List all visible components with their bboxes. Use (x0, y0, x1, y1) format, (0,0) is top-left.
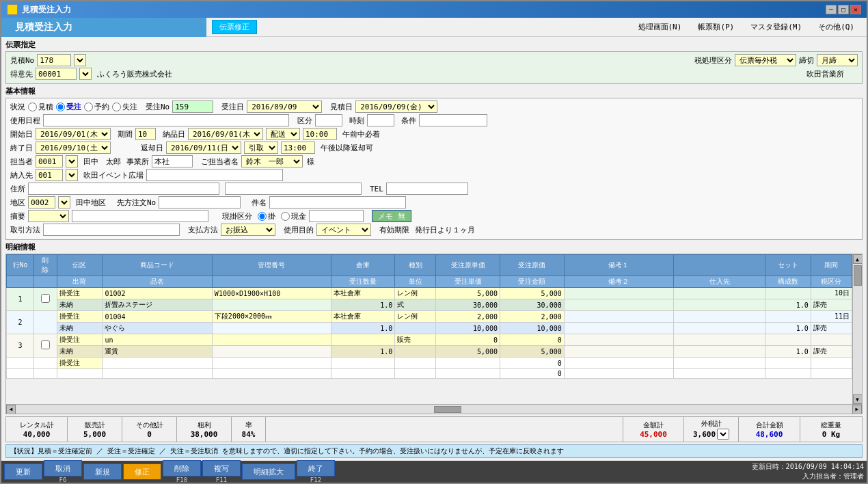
menu-master[interactable]: マスタ登録(M) (744, 21, 809, 33)
denpu-button[interactable]: 伝票修正 (212, 20, 257, 34)
maximize-button[interactable]: □ (838, 5, 849, 14)
jikoku-input[interactable] (367, 114, 394, 126)
cell-biko2-2 (564, 323, 673, 334)
radio-kake[interactable]: 掛 (258, 211, 275, 221)
table-row: 掛受注 0 (7, 358, 852, 369)
scroll-left-button[interactable]: ◀ (6, 405, 16, 414)
chiku-select[interactable]: ▼ (58, 196, 70, 209)
window-controls: ─ □ ✕ (826, 5, 861, 14)
kubun-input[interactable] (315, 114, 342, 126)
edit-button[interactable]: 修正 (123, 463, 161, 480)
mitsumoribi-select[interactable]: 2016/09/09(金) (355, 100, 437, 113)
mitsumori-select[interactable]: ▼ (74, 54, 86, 66)
mitsumori-input[interactable] (37, 54, 71, 66)
col-denku-header: 伝区 (57, 255, 103, 276)
tel-input[interactable] (386, 183, 468, 195)
meisai-button[interactable]: 明細拡大 (242, 463, 295, 480)
jokyo-row: 状況 見積 受注 予約 失注 受注No 受注日 2016/09/09 見積日 2… (10, 100, 858, 113)
jusho-input[interactable] (28, 183, 219, 195)
tanto-select[interactable]: ▼ (66, 155, 78, 167)
shime-select[interactable]: 月締 (817, 54, 858, 66)
sakite-input[interactable] (159, 196, 241, 209)
tokui-select[interactable]: ▼ (79, 68, 92, 80)
henkyaku-select[interactable]: 2016/09/11(日) (166, 142, 241, 154)
update-button[interactable]: 更新 (4, 463, 42, 480)
scroll-up-button[interactable]: ▲ (853, 254, 863, 264)
cell-genka-3: 0 (500, 334, 565, 346)
cancel-button[interactable]: 取消 (44, 460, 82, 476)
ukenibi-label: 受注日 (221, 102, 244, 112)
cell-gentan-2: 2,000 (436, 311, 500, 323)
col-code-sub: 品名 (103, 276, 212, 288)
ukenibi-select[interactable]: 2016/09/09 (247, 100, 322, 113)
haiso-select[interactable]: 配送 (266, 128, 300, 140)
kikan-input[interactable] (135, 128, 156, 140)
radio-mitsumori[interactable]: 見積 (28, 102, 53, 112)
tekiyo-select[interactable] (28, 210, 69, 222)
ukeno-input[interactable] (172, 100, 213, 113)
tekiyo-input[interactable] (72, 210, 208, 222)
nonyu-code[interactable] (36, 169, 63, 181)
radio-genkin[interactable]: 現金 (281, 211, 306, 221)
delete-button[interactable]: 削除 (163, 460, 201, 476)
tokui-code-input[interactable] (36, 68, 77, 80)
memo-button[interactable]: メモ 無 (372, 210, 411, 222)
scroll-right-button[interactable]: ▶ (852, 405, 862, 414)
cell-kikan-3 (811, 334, 852, 346)
table-body: 1 掛受注 01002 W1000×D1900×H100 本社倉庫 レン例 5,… (7, 288, 852, 379)
cell-set-1 (765, 288, 811, 299)
nonyu-select[interactable]: ▼ (66, 169, 78, 181)
table-header-row1: 行No 削除 伝区 商品コード 管理番号 倉庫 種別 受注原単価 受注原価 (7, 255, 852, 276)
yukokigen-value: 発行日より１ヶ月 (415, 225, 475, 235)
radio-yoyaku[interactable]: 予約 (84, 102, 109, 112)
haiso-time[interactable] (303, 128, 337, 140)
joken-input[interactable] (419, 114, 487, 126)
kaishi-label: 開始日 (10, 129, 33, 139)
torihiki-row: 取引方法 支払方法 お振込 使用目的 イベント 有効期限 発行日より１ヶ月 (10, 224, 858, 236)
cell-shubetsu-1: レン例 (395, 288, 436, 299)
cell-set-3 (765, 334, 811, 346)
kenmei-input[interactable] (269, 196, 406, 209)
jigyosho-input[interactable] (152, 155, 193, 167)
vertical-scrollbar[interactable]: ▲ ▼ (852, 254, 862, 404)
scroll-thumb[interactable] (854, 265, 862, 286)
radio-shitchu[interactable]: 失注 (112, 102, 137, 112)
tax-select[interactable]: 伝票毎外税 (735, 54, 796, 66)
kaishi-select[interactable]: 2016/09/01(木) (36, 128, 111, 140)
chiku-code[interactable] (28, 196, 55, 209)
horizontal-scrollbar[interactable]: ◀ ▶ (6, 404, 862, 414)
kaishi-row: 開始日 2016/09/01(木) 期間 納品日 2016/09/01(木) 配… (10, 128, 858, 140)
new-button[interactable]: 新規 (83, 463, 122, 480)
tel-label: TEL (370, 185, 383, 193)
menu-chohyo[interactable]: 帳票類(P) (691, 21, 741, 33)
rental-total: レンタル計 40,000 (6, 417, 68, 442)
go-tanto-select[interactable]: 鈴木 一郎 (241, 155, 303, 167)
minimize-button[interactable]: ─ (826, 5, 837, 14)
horiz-scroll-thumb[interactable] (434, 406, 461, 413)
torihiki-input[interactable] (43, 224, 180, 236)
hikitori-select[interactable]: 引取 (244, 142, 278, 154)
cell-genka-1: 5,000 (500, 288, 565, 299)
menu-shorimenu[interactable]: 処理画面(N) (632, 21, 689, 33)
radio-ukejo[interactable]: 受注 (56, 102, 81, 112)
close-button[interactable]: ✕ (850, 5, 861, 14)
genkake-label: 現掛区分 (222, 211, 252, 221)
title-bar: 見積受注入力 ─ □ ✕ (1, 1, 867, 18)
jusho-input2[interactable] (225, 183, 362, 195)
genkake-input[interactable] (309, 210, 364, 222)
shiharai-select[interactable]: お振込 (221, 224, 275, 236)
copy-btn-wrap: 複写 F11 (202, 460, 241, 483)
shiyo-input[interactable] (43, 114, 289, 126)
menu-sonota[interactable]: その他(Q) (811, 21, 861, 33)
scroll-down-button[interactable]: ▼ (853, 394, 863, 404)
hikitori-time[interactable] (281, 142, 315, 154)
nohin-select[interactable]: 2016/09/01(木) (188, 128, 263, 140)
zei-select[interactable]: ▼ (717, 429, 729, 440)
nonyu-extra[interactable] (146, 169, 283, 181)
shiyomokuteki-select[interactable]: イベント (316, 224, 371, 236)
copy-button[interactable]: 複写 (202, 460, 241, 476)
tanto-code[interactable] (36, 155, 63, 167)
end-button[interactable]: 終了 (297, 460, 335, 476)
cell-chk-1 (34, 288, 57, 311)
shuryo-select[interactable]: 2016/09/10(土) (36, 142, 111, 154)
